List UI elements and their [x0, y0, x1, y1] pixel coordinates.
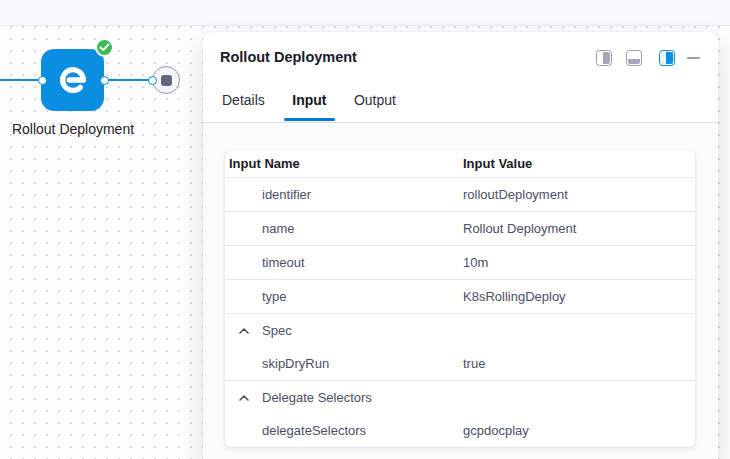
tab-bar: Details Input Output	[203, 88, 718, 123]
section-row-delegate-selectors[interactable]: Delegate Selectors	[225, 381, 695, 414]
success-check-icon	[95, 38, 114, 57]
step-node-label: Rollout Deployment	[8, 118, 138, 140]
tab-details[interactable]: Details	[222, 88, 265, 120]
tab-input[interactable]: Input	[292, 88, 326, 120]
section-label: Spec	[262, 323, 292, 338]
dock-right-active-icon[interactable]	[659, 50, 675, 66]
section-label: Delegate Selectors	[262, 390, 372, 405]
stop-node-port[interactable]	[148, 76, 157, 85]
table-row: identifier rolloutDeployment	[225, 178, 695, 212]
chevron-up-icon[interactable]	[239, 328, 249, 334]
table-row: skipDryRun true	[225, 347, 695, 381]
step-node-rollout-deployment[interactable]	[41, 49, 104, 111]
row-value: 10m	[463, 255, 695, 270]
step-details-panel: Rollout Deployment Details Input Output …	[203, 32, 718, 459]
row-key: delegateSelectors	[225, 423, 463, 438]
row-key: timeout	[225, 255, 463, 270]
input-table-card: Input Name Input Value identifier rollou…	[225, 150, 695, 447]
table-row: type K8sRollingDeploy	[225, 280, 695, 314]
split-bottom-icon[interactable]	[626, 50, 642, 66]
row-key: name	[225, 221, 463, 236]
column-header-input-value: Input Value	[463, 156, 695, 171]
table-header-row: Input Name Input Value	[225, 150, 695, 178]
node-port-right[interactable]	[100, 76, 109, 85]
connector-line-out	[104, 79, 153, 81]
table-row: timeout 10m	[225, 246, 695, 280]
connector-line-in	[0, 79, 42, 81]
panel-body: Input Name Input Value identifier rollou…	[203, 124, 718, 459]
row-value: gcpdocplay	[463, 423, 695, 438]
split-right-icon[interactable]	[596, 50, 612, 66]
column-header-input-name: Input Name	[225, 156, 463, 171]
table-row: name Rollout Deployment	[225, 212, 695, 246]
row-key: type	[225, 289, 463, 304]
stop-square-icon	[161, 75, 172, 86]
row-value: rolloutDeployment	[463, 187, 695, 202]
minimize-icon[interactable]	[687, 57, 700, 60]
row-key: skipDryRun	[225, 356, 463, 371]
panel-layout-controls	[596, 50, 700, 66]
row-value: true	[463, 356, 695, 371]
row-key: identifier	[225, 187, 463, 202]
tab-output[interactable]: Output	[354, 88, 396, 120]
workflow-editor: Rollout Deployment Rollout Deployment De…	[0, 0, 730, 459]
row-value: K8sRollingDeploy	[463, 289, 695, 304]
panel-title: Rollout Deployment	[220, 49, 357, 65]
row-value: Rollout Deployment	[463, 221, 695, 236]
canvas-toolbar	[0, 0, 730, 26]
chevron-up-icon[interactable]	[239, 395, 249, 401]
node-port-left[interactable]	[38, 76, 47, 85]
table-row: delegateSelectors gcpdocplay	[225, 414, 695, 447]
k8s-rolling-deploy-icon	[56, 63, 90, 97]
section-row-spec[interactable]: Spec	[225, 314, 695, 347]
